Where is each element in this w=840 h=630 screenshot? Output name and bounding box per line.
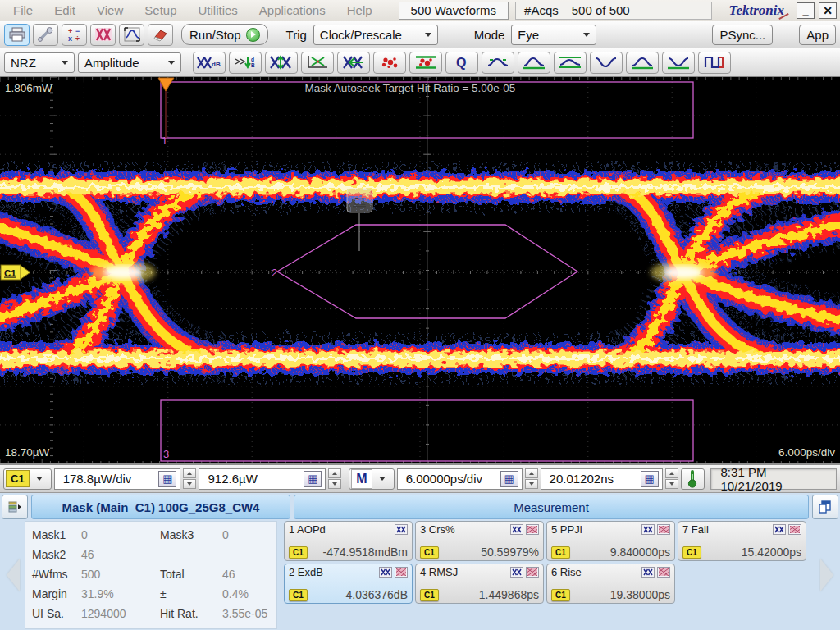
vertical-offset-field[interactable]: 912.6µW ▦: [199, 468, 326, 490]
horizontal-position-value: 20.01202ns: [550, 472, 636, 486]
eye-diagram-canvas[interactable]: 1 2 3 1.806mW 18.70µW 6.000ps/div Mask A…: [0, 77, 840, 463]
measurement-cell-aopd[interactable]: 1 AOPd C1-474.9518mdBm: [284, 521, 413, 561]
extinction-ratio-db-button[interactable]: dB: [193, 52, 226, 74]
measure-category-dropdown[interactable]: Amplitude: [78, 52, 181, 73]
measurement-toolbar: NRZ Amplitude dB dB Q: [0, 48, 840, 77]
psync-button[interactable]: PSync...: [712, 25, 773, 45]
eye-height-button[interactable]: [265, 52, 298, 74]
step-down-icon[interactable]: [525, 479, 538, 489]
measurement-cell-exdb[interactable]: 2 ExdB C14.036376dB: [284, 564, 413, 604]
mask-panel-menu-button[interactable]: [2, 495, 28, 519]
eye-top-base-button[interactable]: [554, 52, 587, 74]
step-up-icon[interactable]: [328, 468, 341, 478]
signal-type-dropdown[interactable]: NRZ: [4, 52, 75, 73]
measurement-setup-button[interactable]: [119, 24, 144, 46]
run-stop-button[interactable]: Run/Stop: [181, 24, 268, 45]
vertical-scale-stepper[interactable]: [183, 468, 196, 489]
horizontal-position-stepper[interactable]: [665, 468, 678, 489]
keypad-icon[interactable]: ▦: [500, 471, 518, 487]
menu-edit[interactable]: Edit: [44, 2, 85, 19]
left-crossing-core: [103, 266, 143, 279]
measurement-panel-next-button[interactable]: [815, 521, 838, 629]
measurement-cell-fall[interactable]: 7 Fall C115.42000ps: [678, 521, 806, 561]
waveform-display[interactable]: 1 2 3 1.806mW 18.70µW 6.000ps/div Mask A…: [0, 77, 840, 463]
jitter-pp-icon: [486, 55, 509, 70]
oma-button[interactable]: dB: [229, 52, 262, 74]
mask-stat-value: 0.4%: [222, 587, 275, 600]
step-up-icon[interactable]: [525, 468, 538, 478]
menu-applications[interactable]: Applications: [249, 2, 336, 19]
vertical-max-scale-label: 1.806mW: [5, 82, 52, 94]
minimize-button[interactable]: _: [797, 2, 815, 19]
step-down-icon[interactable]: [328, 479, 341, 489]
q-factor-button[interactable]: Q: [445, 52, 478, 74]
mask-hits-icon: [657, 567, 670, 578]
measurement-cell-ppji[interactable]: 5 PPJi C19.840000ps: [546, 521, 675, 561]
math-button[interactable]: +−x÷: [62, 24, 87, 46]
menu-view[interactable]: View: [87, 2, 133, 19]
menu-setup[interactable]: Setup: [135, 2, 186, 19]
horizontal-scale-stepper[interactable]: [525, 468, 538, 489]
channel-select-dropdown[interactable]: C1: [3, 468, 52, 490]
channel-cursor-handle[interactable]: C1: [347, 189, 372, 212]
jitter-pp-button[interactable]: [482, 52, 514, 74]
step-up-icon[interactable]: [665, 468, 678, 478]
close-button[interactable]: ✕: [819, 2, 837, 19]
mask-hits-icon: [526, 524, 539, 535]
step-down-icon[interactable]: [665, 479, 678, 489]
setup-tools-button[interactable]: [33, 24, 58, 46]
measurement-cell-rise[interactable]: 6 Rise C119.38000ps: [546, 564, 675, 604]
measurement-value: 9.840000ps: [610, 546, 670, 559]
trigger-source-dropdown[interactable]: Clock/Prescale: [313, 25, 438, 45]
keypad-icon[interactable]: ▦: [158, 471, 176, 487]
keypad-icon[interactable]: ▦: [304, 471, 322, 487]
timebase-select-dropdown[interactable]: M: [349, 468, 394, 490]
mask-test-button[interactable]: [90, 24, 116, 46]
measurement-panel-window-button[interactable]: [812, 495, 838, 519]
mask-stat-value: 46: [222, 568, 275, 581]
menu-file[interactable]: File: [3, 2, 43, 19]
horizontal-position-field[interactable]: 20.01202ns ▦: [541, 468, 663, 490]
channel-reference-marker[interactable]: C1: [1, 265, 30, 280]
menu-utilities[interactable]: Utilities: [188, 2, 247, 19]
mask-stat-value: 1294000: [81, 607, 160, 620]
eye-width-button[interactable]: [301, 52, 334, 74]
measurement-cell-crs[interactable]: 3 Crs% C150.59979%: [415, 521, 544, 561]
mask-panel-prev-button[interactable]: [2, 521, 25, 629]
print-button[interactable]: [4, 24, 30, 46]
vertical-offset-stepper[interactable]: [328, 468, 341, 489]
mask-stat-value: 46: [81, 548, 160, 561]
keypad-icon[interactable]: ▦: [641, 471, 659, 487]
mask-stat-value: 31.9%: [81, 587, 160, 600]
eraser-icon: [153, 27, 169, 42]
eye-amplitude-button[interactable]: [337, 52, 370, 74]
crossing-percent-button[interactable]: [409, 52, 442, 74]
vertical-scale-value: 178.8µW/div: [63, 472, 154, 486]
measurement-panel-title[interactable]: Measurement: [294, 495, 809, 519]
mask-panel-title[interactable]: Mask (Main C1) 100G_25G8_CW4: [31, 495, 290, 519]
fall-time-button[interactable]: [662, 52, 695, 74]
step-down-icon[interactable]: [183, 479, 196, 489]
mask-stat-label: Hit Rat.: [160, 607, 222, 620]
jitter-rms-button[interactable]: [518, 52, 550, 74]
rise-time-button[interactable]: [626, 52, 659, 74]
measurement-cells: 1 AOPd C1-474.9518mdBm 3 Crs% C150.59979…: [284, 521, 806, 629]
app-button[interactable]: App: [799, 25, 836, 45]
temperature-status-button[interactable]: [681, 468, 705, 490]
run-status-icon: [246, 28, 260, 42]
mode-dropdown[interactable]: Eye: [511, 25, 596, 45]
horizontal-scale-field[interactable]: 6.00000ps/div ▦: [397, 468, 523, 490]
jitter-rms-icon: [523, 55, 546, 70]
pulse-width-button[interactable]: [590, 52, 623, 74]
menu-help[interactable]: Help: [337, 2, 382, 19]
clear-data-button[interactable]: [148, 24, 173, 46]
measurement-cell-rmsj[interactable]: 4 RMSJ C11.449868ps: [415, 564, 544, 604]
crossing-level-button[interactable]: [373, 52, 406, 74]
svg-text:x: x: [68, 34, 72, 42]
bit-rate-icon: [704, 55, 725, 70]
vertical-scale-field[interactable]: 178.8µW/div ▦: [54, 468, 181, 490]
step-up-icon[interactable]: [183, 468, 196, 478]
right-crossing-core: [664, 266, 703, 279]
mask-stat-value: 0: [222, 528, 275, 541]
bit-rate-button[interactable]: [698, 52, 731, 74]
